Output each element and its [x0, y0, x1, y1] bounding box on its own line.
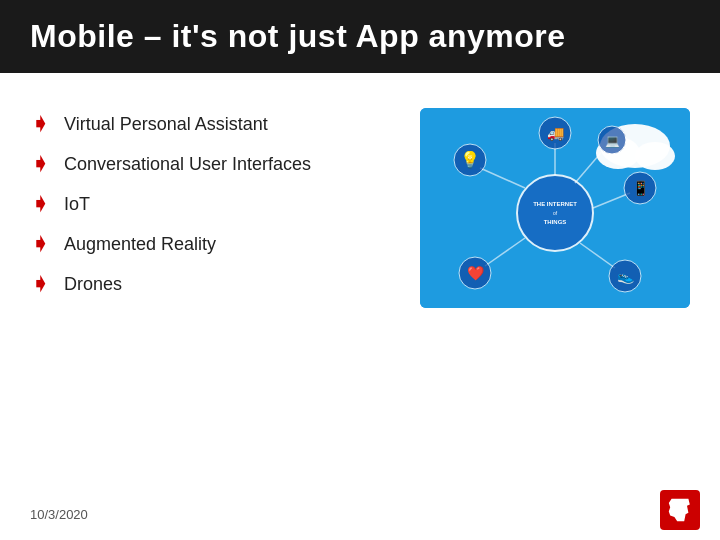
bullet-arrow-icon: ➧	[30, 233, 50, 255]
svg-text:💡: 💡	[460, 150, 480, 169]
slide-footer: 10/3/2020 17	[30, 507, 690, 522]
svg-marker-26	[669, 499, 690, 521]
bullet-item: ➧Virtual Personal Assistant	[30, 113, 390, 135]
slide-title: Mobile – it's not just App anymore	[30, 18, 565, 54]
svg-text:of: of	[553, 210, 558, 216]
bullet-arrow-icon: ➧	[30, 153, 50, 175]
content-area: ➧Virtual Personal Assistant➧Conversation…	[0, 73, 720, 328]
bullet-text: Conversational User Interfaces	[64, 154, 311, 175]
bullet-item: ➧Drones	[30, 273, 390, 295]
bullet-text: Virtual Personal Assistant	[64, 114, 268, 135]
bullet-text: Drones	[64, 274, 122, 295]
slide: Mobile – it's not just App anymore ➧Virt…	[0, 0, 720, 540]
svg-text:🚚: 🚚	[547, 125, 565, 142]
bullet-item: ➧IoT	[30, 193, 390, 215]
svg-text:👟: 👟	[617, 268, 635, 285]
svg-text:❤️: ❤️	[467, 265, 485, 282]
bullet-item: ➧Conversational User Interfaces	[30, 153, 390, 175]
iot-image: THE INTERNET of THINGS 💡 🚚 📱	[420, 108, 690, 308]
svg-text:THE INTERNET: THE INTERNET	[533, 201, 577, 207]
svg-text:💻: 💻	[605, 133, 620, 148]
svg-point-3	[635, 142, 675, 170]
bullet-arrow-icon: ➧	[30, 193, 50, 215]
bullet-text: IoT	[64, 194, 90, 215]
bullet-arrow-icon: ➧	[30, 273, 50, 295]
slide-header: Mobile – it's not just App anymore	[0, 0, 720, 73]
bullet-text: Augmented Reality	[64, 234, 216, 255]
texas-state-icon	[666, 496, 694, 524]
svg-text:📱: 📱	[632, 180, 650, 197]
bullet-list: ➧Virtual Personal Assistant➧Conversation…	[30, 113, 390, 308]
footer-date: 10/3/2020	[30, 507, 88, 522]
bullet-item: ➧Augmented Reality	[30, 233, 390, 255]
texas-logo	[660, 490, 700, 530]
svg-text:THINGS: THINGS	[544, 219, 567, 225]
bullet-arrow-icon: ➧	[30, 113, 50, 135]
